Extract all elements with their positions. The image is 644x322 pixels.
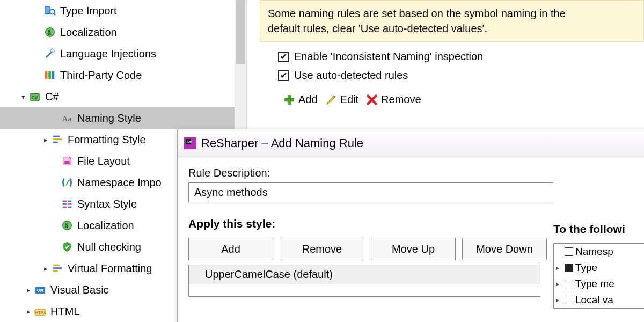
tree-item-label: Null checking [77, 241, 141, 253]
tree-item[interactable]: Language Injections [0, 43, 246, 64]
expand-arrow-icon[interactable]: ▸ [25, 308, 32, 316]
checkbox-icon[interactable] [565, 264, 573, 272]
dialog-titlebar[interactable]: R# ReSharper – Add Naming Rule [178, 129, 644, 157]
svg-text:ä: ä [64, 222, 68, 230]
tree-item-label: Visual Basic [50, 284, 109, 296]
tree-item-label: HTML [50, 305, 79, 318]
expand-arrow-icon[interactable]: ▸ [556, 264, 562, 272]
svg-line-5 [46, 52, 52, 57]
pencil-icon [325, 94, 337, 106]
button-label: Edit [340, 93, 358, 106]
expand-arrow-icon[interactable]: ▾ [19, 93, 27, 101]
thirdparty-icon [43, 68, 57, 82]
kind-row[interactable]: ▸Local va [554, 292, 644, 308]
button-label: Move Down [476, 243, 533, 255]
remove-rule-button[interactable]: Remove [366, 93, 421, 106]
auto-detected-checkbox[interactable]: ✔ Use auto-detected rules [278, 69, 644, 82]
localization-icon: ä [43, 25, 57, 39]
button-label: Remove [381, 93, 421, 106]
svg-rect-9 [52, 71, 55, 79]
tree-item[interactable]: ▾C#C# [0, 86, 246, 107]
kind-row[interactable]: ▸Type me [554, 276, 644, 292]
tree-item[interactable]: äLocalization [0, 21, 246, 43]
checkbox-icon[interactable] [565, 247, 573, 256]
formatting-icon [50, 133, 64, 147]
tree-item-label: Naming Style [77, 112, 141, 125]
tree-item-label: Localization [77, 219, 134, 232]
move-up-button[interactable]: Move Up [371, 238, 456, 260]
svg-rect-23 [68, 207, 71, 208]
type-import-icon [43, 4, 57, 18]
vb-icon: VB [33, 283, 47, 297]
checkbox-label: Enable 'Inconsistent Naming' inspection [294, 50, 483, 63]
svg-rect-7 [45, 71, 48, 79]
entity-kinds-list[interactable]: Namesp▸Type▸Type me▸Local va [553, 243, 644, 309]
info-banner: Some naming rules are set based on the s… [260, 0, 644, 42]
style-list[interactable]: UpperCamelCase (default) [188, 265, 540, 297]
tree-item-label: Syntax Style [77, 198, 137, 210]
kind-row[interactable]: Namesp [554, 244, 644, 260]
svg-rect-0 [45, 7, 50, 14]
kind-label: Type [575, 262, 597, 274]
checkbox-icon[interactable] [565, 296, 573, 304]
expand-arrow-icon[interactable]: ▸ [25, 286, 32, 294]
svg-rect-22 [63, 207, 67, 208]
checkbox-icon: ✔ [278, 70, 289, 81]
svg-text:C#: C# [32, 95, 38, 100]
tree-item-label: Localization [60, 26, 117, 39]
svg-text:Aa: Aa [62, 114, 72, 123]
button-label: Remove [302, 243, 342, 255]
style-list-item[interactable]: UpperCamelCase (default) [189, 265, 540, 284]
checkbox-icon: ✔ [278, 52, 289, 62]
tree-item-label: Formatting Style [68, 134, 146, 146]
svg-rect-8 [48, 71, 51, 79]
svg-text:VB: VB [37, 288, 44, 294]
virtual-icon [50, 261, 64, 275]
move-down-button[interactable]: Move Down [462, 238, 547, 260]
banner-text: default rules, clear 'Use auto-detected … [268, 21, 636, 36]
tree-item[interactable]: AaNaming Style [0, 107, 246, 129]
naming-icon: Aa [60, 111, 74, 125]
svg-text:ä: ä [47, 29, 51, 36]
add-naming-rule-dialog: R# ReSharper – Add Naming Rule Rule Desc… [177, 129, 644, 322]
dialog-title-text: ReSharper – Add Naming Rule [201, 136, 363, 150]
localization-icon: ä [60, 218, 74, 232]
svg-line-2 [54, 14, 55, 16]
tree-item-label: C# [45, 91, 59, 103]
checkbox-label: Use auto-detected rules [294, 69, 408, 82]
remove-style-button[interactable]: Remove [280, 238, 364, 260]
enable-inspection-checkbox[interactable]: ✔ Enable 'Inconsistent Naming' inspectio… [278, 50, 644, 63]
tree-item-label: Namespace Impo [77, 177, 162, 189]
naming-settings-panel: Some naming rules are set based on the s… [260, 0, 644, 129]
tree-item-label: Third-Party Code [60, 69, 142, 82]
scrollbar-thumb[interactable] [236, 0, 245, 64]
add-rule-button[interactable]: Add [283, 93, 318, 106]
expand-arrow-icon[interactable]: ▸ [556, 280, 562, 288]
expand-arrow-icon[interactable]: ▸ [42, 265, 49, 273]
svg-rect-15 [53, 142, 58, 143]
svg-rect-20 [63, 203, 67, 205]
tree-item[interactable]: Type Import [0, 0, 246, 21]
edit-rule-button[interactable]: Edit [325, 93, 358, 106]
expand-arrow-icon[interactable]: ▸ [556, 296, 562, 304]
rule-description-input[interactable] [188, 182, 553, 202]
plus-icon [283, 94, 295, 106]
tree-item[interactable]: Third-Party Code [0, 64, 246, 86]
svg-marker-17 [69, 180, 70, 182]
nullcheck-icon [60, 240, 74, 254]
kind-label: Local va [575, 294, 613, 306]
html-icon: HTML [33, 304, 47, 318]
add-style-button[interactable]: Add [188, 238, 273, 260]
checkbox-icon[interactable] [565, 280, 573, 288]
tree-item-label: Virtual Formatting [68, 262, 152, 275]
kind-row[interactable]: ▸Type [554, 260, 644, 276]
svg-point-1 [50, 9, 55, 14]
button-label: Move Up [392, 243, 435, 255]
csharp-icon: C# [28, 90, 42, 104]
tree-item-label: File Layout [77, 155, 130, 167]
svg-rect-21 [68, 203, 71, 205]
expand-arrow-icon[interactable]: ▸ [42, 136, 49, 144]
kind-label: Namesp [575, 246, 613, 258]
svg-text:HTML: HTML [35, 310, 46, 315]
namespace-icon [60, 175, 74, 189]
